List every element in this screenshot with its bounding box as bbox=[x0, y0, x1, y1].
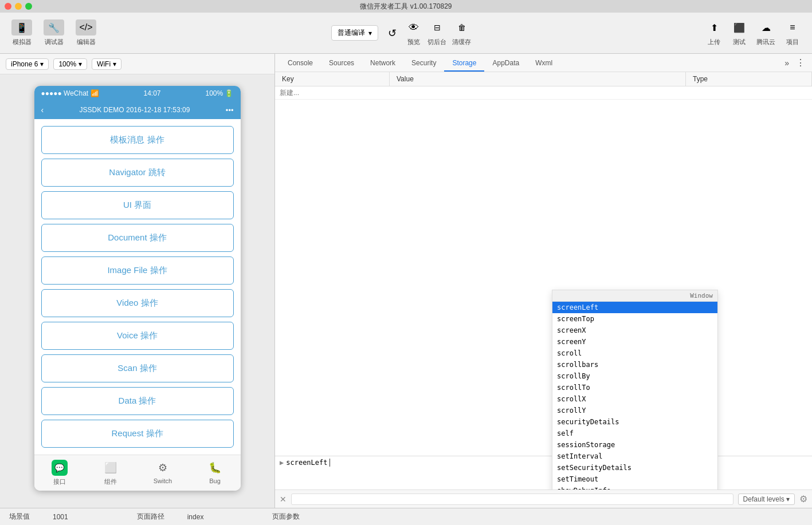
test-icon: ⬛ bbox=[731, 19, 747, 35]
maximize-traffic-light[interactable] bbox=[25, 3, 32, 10]
autocomplete-context: Window bbox=[690, 292, 713, 299]
phone-btn-1[interactable]: Navigator 跳转 bbox=[41, 159, 234, 187]
devtools-body: Window screenLeft screenTop screenX scre… bbox=[275, 86, 812, 490]
simulator-label: 模拟器 bbox=[13, 38, 32, 46]
refresh-button[interactable]: ↺ bbox=[384, 25, 400, 41]
autocomplete-item-14[interactable]: setSecurityDetails bbox=[552, 462, 717, 473]
upload-label: 上传 bbox=[708, 38, 720, 46]
console-input[interactable] bbox=[291, 494, 733, 505]
close-traffic-light[interactable] bbox=[5, 3, 11, 10]
cutback-label: 切后台 bbox=[427, 38, 446, 46]
main-content: iPhone 6 ▾ 100% ▾ WiFi ▾ ●●●●● WeChat 📶 … bbox=[0, 54, 812, 508]
phone-status-bar: ●●●●● WeChat 📶 14:07 100% 🔋 bbox=[34, 86, 241, 101]
preview-label: 预览 bbox=[407, 38, 420, 46]
tab-storage[interactable]: Storage bbox=[444, 56, 484, 72]
tab-network[interactable]: Network bbox=[362, 56, 403, 72]
autocomplete-item-0[interactable]: screenLeft bbox=[552, 302, 717, 313]
clear-icon: 🗑 bbox=[454, 19, 470, 35]
preview-button[interactable]: 👁 预览 bbox=[406, 19, 422, 46]
minimize-traffic-light[interactable] bbox=[15, 3, 22, 10]
upload-icon: ⬆ bbox=[706, 19, 722, 35]
autocomplete-item-11[interactable]: self bbox=[552, 428, 717, 439]
simulator-button[interactable]: 📱 模拟器 bbox=[11, 19, 32, 46]
zujian-label: 组件 bbox=[104, 477, 117, 486]
editor-button[interactable]: </> 编辑器 bbox=[76, 19, 96, 46]
tab-appdata[interactable]: AppData bbox=[484, 56, 527, 72]
phone-btn-8[interactable]: Data 操作 bbox=[41, 387, 234, 415]
phone-btn-7[interactable]: Scan 操作 bbox=[41, 354, 234, 382]
cutback-icon: ⊟ bbox=[429, 19, 445, 35]
autocomplete-item-3[interactable]: screenY bbox=[552, 336, 717, 348]
simulator-icon: 📱 bbox=[11, 19, 32, 35]
tab-console[interactable]: Console bbox=[280, 56, 321, 72]
autocomplete-item-2[interactable]: screenX bbox=[552, 325, 717, 336]
autocomplete-item-7[interactable]: scrollTo bbox=[552, 382, 717, 393]
autocomplete-item-5[interactable]: scrollbars bbox=[552, 359, 717, 370]
toolbar-center: 普通编译 ▾ ↺ 👁 预览 ⊟ 切后台 🗑 清缓存 bbox=[108, 19, 695, 46]
tab-wxml[interactable]: Wxml bbox=[527, 56, 560, 72]
clear-button[interactable]: 🗑 清缓存 bbox=[452, 19, 471, 46]
autocomplete-item-4[interactable]: scroll bbox=[552, 348, 717, 359]
more-tabs-button[interactable]: » bbox=[780, 55, 794, 71]
phone-btn-0[interactable]: 模板消息 操作 bbox=[41, 126, 234, 154]
bug-label: Bug bbox=[209, 477, 221, 484]
phone-nav-bug[interactable]: 🐛 Bug bbox=[207, 460, 223, 486]
tab-sources[interactable]: Sources bbox=[321, 56, 362, 72]
autocomplete-item-16[interactable]: showDebugInfo bbox=[552, 485, 717, 490]
right-panel: Console Sources Network Security Storage… bbox=[275, 54, 812, 508]
autocomplete-item-12[interactable]: sessionStorage bbox=[552, 439, 717, 451]
console-level-label: Default levels bbox=[743, 495, 784, 503]
autocomplete-item-13[interactable]: setInterval bbox=[552, 451, 717, 462]
phone-btn-2[interactable]: UI 界面 bbox=[41, 191, 234, 219]
jiekou-icon: 💬 bbox=[52, 460, 68, 476]
devtools-column-headers: Key Value Type bbox=[275, 72, 812, 86]
autocomplete-item-10[interactable]: securityDetails bbox=[552, 416, 717, 428]
compile-dropdown-icon: ▾ bbox=[368, 29, 372, 37]
test-button[interactable]: ⬛ 测试 bbox=[731, 19, 747, 46]
expand-arrow: ▶ bbox=[280, 459, 284, 467]
phone-nav-zujiian[interactable]: ⬜ 组件 bbox=[103, 460, 119, 486]
compile-option: 普通编译 bbox=[338, 28, 365, 38]
status-bar: 场景值 1001 页面路径 index 页面参数 bbox=[0, 508, 812, 525]
col-header-key: Key bbox=[275, 72, 390, 86]
autocomplete-item-6[interactable]: scrollBy bbox=[552, 370, 717, 382]
debugger-button[interactable]: 🔧 调试器 bbox=[44, 19, 64, 46]
tencent-button[interactable]: ☁ 腾讯云 bbox=[756, 19, 775, 46]
tab-security[interactable]: Security bbox=[403, 56, 444, 72]
phone-nav: 💬 接口 ⬜ 组件 ⚙ Switch 🐛 Bug bbox=[34, 455, 241, 491]
device-zoom-label: 100% bbox=[58, 60, 76, 68]
expanded-item-value: screenLeft bbox=[286, 459, 327, 467]
expanded-item-row: ▶ screenLeft bbox=[275, 456, 812, 469]
titlebar: 微信开发者工具 v1.00.170829 bbox=[0, 0, 812, 13]
device-controls: iPhone 6 ▾ 100% ▾ WiFi ▾ bbox=[0, 54, 274, 74]
console-bar: ✕ Default levels ▾ ⚙ bbox=[275, 490, 812, 508]
autocomplete-item-8[interactable]: scrollX bbox=[552, 393, 717, 405]
compile-select[interactable]: 普通编译 ▾ bbox=[331, 25, 378, 41]
col-header-type: Type bbox=[686, 72, 812, 86]
device-network-select[interactable]: WiFi ▾ bbox=[92, 58, 121, 70]
console-settings-icon[interactable]: ⚙ bbox=[799, 494, 807, 504]
phone-container: ●●●●● WeChat 📶 14:07 100% 🔋 ‹ JSSDK DEMO… bbox=[0, 74, 274, 508]
device-model-select[interactable]: iPhone 6 ▾ bbox=[6, 58, 49, 70]
new-key-input[interactable] bbox=[280, 89, 383, 97]
toolbar-right: ⬆ 上传 ⬛ 测试 ☁ 腾讯云 ≡ 项目 bbox=[706, 19, 801, 46]
autocomplete-item-15[interactable]: setTimeout bbox=[552, 473, 717, 485]
tab-options-button[interactable]: ⋮ bbox=[794, 54, 807, 72]
autocomplete-item-9[interactable]: scrollY bbox=[552, 405, 717, 416]
phone-btn-3[interactable]: Document 操作 bbox=[41, 224, 234, 252]
project-button[interactable]: ≡ 项目 bbox=[784, 19, 801, 46]
phone-nav-switch[interactable]: ⚙ Switch bbox=[154, 460, 172, 486]
phone-btn-6[interactable]: Voice 操作 bbox=[41, 322, 234, 350]
console-level-select[interactable]: Default levels ▾ bbox=[738, 494, 795, 505]
phone-btn-4[interactable]: Image File 操作 bbox=[41, 256, 234, 285]
phone-nav-jiekou[interactable]: 💬 接口 bbox=[52, 460, 68, 486]
device-zoom-select[interactable]: 100% ▾ bbox=[53, 58, 87, 70]
phone-btn-5[interactable]: Video 操作 bbox=[41, 289, 234, 317]
bug-icon: 🐛 bbox=[207, 460, 223, 476]
autocomplete-item-1[interactable]: screenTop bbox=[552, 313, 717, 325]
upload-button[interactable]: ⬆ 上传 bbox=[706, 19, 722, 46]
cutback-button[interactable]: ⊟ 切后台 bbox=[427, 19, 446, 46]
close-console-button[interactable]: ✕ bbox=[280, 495, 287, 504]
phone-btn-9[interactable]: Request 操作 bbox=[41, 420, 234, 448]
project-icon: ≡ bbox=[784, 19, 801, 35]
